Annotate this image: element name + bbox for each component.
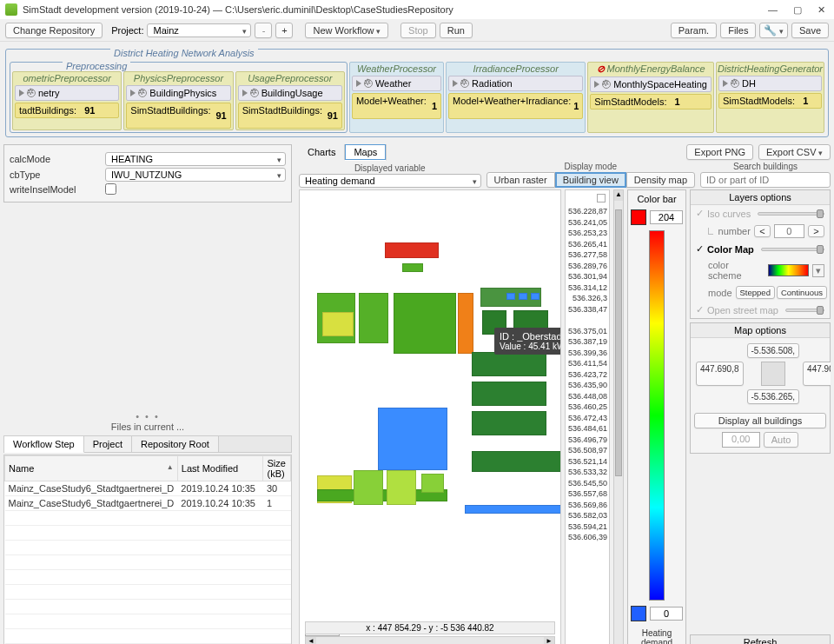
files-button[interactable]: Files (720, 23, 756, 38)
colorbar-gradient (649, 230, 665, 601)
window-close[interactable]: ✕ (817, 4, 825, 16)
mode-stepped-button[interactable]: Stepped (736, 286, 775, 299)
gear-icon (602, 80, 611, 89)
writeinsel-checkbox[interactable] (105, 183, 116, 195)
settings-button[interactable]: 🔧 (759, 23, 788, 38)
workflow-step-row[interactable]: DH (718, 76, 822, 91)
workflow-step-title: ⊘ MonthlyEnergyBalance (588, 63, 713, 76)
project-plus-button[interactable]: + (275, 23, 293, 38)
map-vscrollbar[interactable]: ▲▼ (613, 189, 624, 644)
yaxis-toggle[interactable] (597, 194, 606, 202)
layers-options-panel: Layers options ✓Iso curves number < 0 > … (690, 189, 831, 319)
horizontal-splitter[interactable]: • • • (3, 411, 292, 418)
gear-icon (731, 79, 739, 88)
mode-urban-raster[interactable]: Urban raster (486, 172, 555, 188)
cbtype-label: cbType (10, 169, 105, 180)
mapopt-north[interactable]: -5.536.508, (747, 343, 800, 358)
workflow-step-status[interactable]: SimStadtBuildings: 91 (238, 103, 342, 129)
workflow-step-title: DistrictHeatingGenerator (717, 63, 824, 75)
workflow-step-status[interactable]: Model+Weather: 1 (352, 93, 441, 119)
tab-charts[interactable]: Charts (299, 144, 345, 160)
tab-workflow-step[interactable]: Workflow Step (4, 436, 84, 453)
mapopt-auto-button[interactable]: Auto (764, 432, 799, 448)
workflow-step-status[interactable]: SimStadtBuildings: 91 (126, 103, 230, 129)
stop-button[interactable]: Stop (400, 23, 436, 38)
mapopt-west[interactable]: 447.690,8 (696, 362, 744, 386)
mode-density-map[interactable]: Density map (626, 172, 695, 188)
calcmode-select[interactable]: HEATING (105, 152, 286, 166)
iso-toggle-icon[interactable]: ✓ (696, 208, 704, 219)
export-png-button[interactable]: Export PNG (686, 144, 753, 160)
workflow-step-row[interactable]: MonthlySpaceHeating (590, 76, 712, 92)
col-name[interactable]: Name▲ (5, 456, 178, 481)
project-select[interactable]: Mainz (147, 23, 251, 37)
workflow-step-status[interactable]: SimStadtModels: 1 (718, 93, 822, 109)
map-hscrollbar[interactable]: ◄► (305, 636, 555, 644)
play-icon (130, 90, 136, 96)
layers-options-title: Layers options (691, 190, 830, 205)
search-buildings-input[interactable] (700, 172, 831, 188)
cbtype-select[interactable]: IWU_NUTZUNG (105, 168, 286, 182)
workflow-step-row[interactable]: netry (15, 85, 119, 101)
param-button[interactable]: Param. (671, 23, 717, 38)
mapopt-east[interactable]: 447.900,0 (803, 362, 831, 386)
workflow-step-row[interactable]: BuildingUsage (238, 85, 342, 101)
tab-project[interactable]: Project (84, 436, 132, 452)
table-row[interactable]: Mainz_CaseStudy6_Stadtgaertnerei_D2019.1… (5, 481, 291, 496)
mapopt-south[interactable]: -5.536.265, (747, 389, 800, 404)
play-icon (453, 80, 458, 87)
iso-number-decrease[interactable]: < (754, 225, 771, 237)
change-repository-button[interactable]: Change Repository (5, 23, 103, 38)
osm-toggle-icon[interactable]: ✓ (696, 304, 704, 315)
right-panel: Charts Maps Export PNG Export CSV Displa… (295, 141, 834, 644)
colorscheme-dropdown-icon[interactable]: ▾ (812, 264, 824, 277)
map-canvas[interactable]: ID : _Oberstadt4736_BD.4xTlAO0h0qMssTpQ6… (299, 189, 561, 644)
tab-maps[interactable]: Maps (345, 144, 387, 161)
iso-number-input[interactable]: 0 (774, 224, 804, 238)
tab-repository-root[interactable]: Repository Root (132, 436, 219, 452)
display-all-buildings-button[interactable]: Display all buildings (694, 413, 826, 428)
app-icon (5, 3, 17, 16)
play-icon (723, 80, 728, 87)
colorbar-min-swatch (631, 606, 646, 621)
col-modified[interactable]: Last Modified (177, 456, 263, 481)
mode-continuous-button[interactable]: Continuous (777, 286, 827, 299)
new-workflow-button[interactable]: New Workflow (305, 23, 388, 38)
colorbar-min-value[interactable]: 0 (650, 607, 683, 621)
workflow-step-row[interactable]: Weather (352, 76, 441, 91)
table-row[interactable]: Mainz_CaseStudy6_Stadtgaertnerei_D2019.1… (5, 496, 291, 511)
map-options-panel: Map options -5.536.508, 447.690,8 447.90… (690, 322, 831, 454)
save-button[interactable]: Save (791, 23, 829, 38)
col-size[interactable]: Size (kB) (263, 456, 291, 481)
iso-number-increase[interactable]: > (808, 225, 824, 237)
side-options-column: Layers options ✓Iso curves number < 0 > … (690, 189, 831, 644)
workflow-step-status[interactable]: SimStadtModels: 1 (590, 94, 712, 110)
osm-label: Open street map (707, 305, 778, 315)
play-icon (19, 90, 24, 96)
display-mode-label: Display mode (564, 162, 617, 171)
displayed-variable-select[interactable]: Heating demand (299, 174, 481, 188)
run-button[interactable]: Run (440, 23, 473, 38)
iso-slider[interactable] (758, 212, 824, 216)
colorbar-panel: Color bar 204 0 Heating demand kWh/m².yr (627, 189, 686, 644)
colorscheme-select[interactable] (768, 264, 809, 276)
mapopt-center[interactable] (761, 362, 785, 386)
window-minimize[interactable]: — (768, 4, 778, 16)
osm-slider[interactable] (785, 309, 824, 312)
colormap-toggle-icon[interactable]: ✓ (696, 243, 704, 255)
workflow-step-row[interactable]: Radiation (448, 76, 583, 91)
colorbar-max-value[interactable]: 204 (650, 210, 683, 224)
workflow-step-row[interactable]: BuildingPhysics (126, 85, 230, 101)
colormap-slider[interactable] (761, 248, 824, 251)
project-minus-button[interactable]: - (255, 23, 272, 38)
workflow-step-title: ometricPreprocessor (13, 72, 121, 84)
error-icon: ⊘ (597, 63, 605, 74)
mode-building-view[interactable]: Building view (555, 172, 626, 188)
workflow-step-status[interactable]: Model+Weather+Irradiance: 1 (448, 93, 583, 119)
colorscheme-label: color scheme (708, 260, 764, 281)
window-maximize[interactable]: ▢ (793, 4, 802, 16)
refresh-title: Refresh (691, 635, 830, 644)
export-csv-button[interactable]: Export CSV (758, 144, 831, 160)
workflow-step-status[interactable]: tadtBuildings: 91 (15, 103, 119, 118)
mapopt-value-input[interactable]: 0,00 (722, 432, 760, 448)
